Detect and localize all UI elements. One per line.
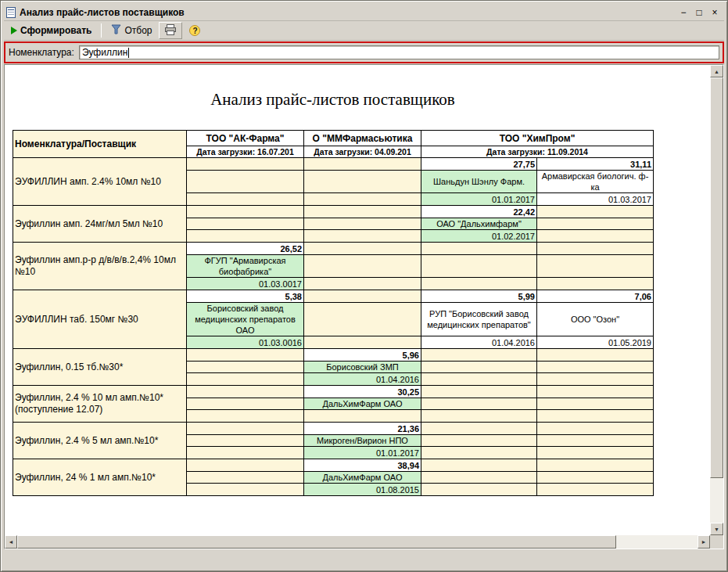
horizontal-scroll-track[interactable]	[17, 535, 698, 549]
supplier-cell	[421, 362, 537, 373]
supplier-cell	[187, 171, 304, 193]
price-cell	[304, 243, 421, 255]
date-cell	[187, 410, 304, 423]
price-cell	[187, 158, 304, 171]
date-cell[interactable]: 01.05.2019	[537, 336, 654, 349]
nomenclature-cell[interactable]: ЭУФИЛЛИН таб. 150мг №30	[13, 290, 187, 349]
printer-icon	[164, 24, 177, 38]
price-cell[interactable]: 26,52	[187, 243, 304, 255]
supplier-header-cell[interactable]: ТОО "АК-Фарма"	[187, 131, 304, 146]
price-cell[interactable]: 21,36	[304, 423, 421, 435]
price-cell	[304, 290, 421, 303]
load-date-cell[interactable]: Дата загрузки: 16.07.201	[187, 146, 304, 158]
funnel-icon	[111, 24, 121, 37]
supplier-cell	[421, 435, 537, 447]
date-cell	[537, 484, 654, 496]
price-cell[interactable]: 7,06	[537, 290, 654, 303]
price-cell[interactable]: 30,25	[304, 386, 421, 398]
nomenclature-cell[interactable]: Эуфиллин амп. 24мг/мл 5мл №10	[13, 206, 187, 243]
supplier-header-cell[interactable]: ТОО "ХимПром"	[421, 131, 654, 146]
date-cell[interactable]: 01.01.2017	[304, 447, 421, 459]
generate-button[interactable]: Сформировать	[5, 22, 97, 39]
price-cell	[304, 158, 421, 171]
window-title: Анализ прайс-листов поставщиков	[20, 7, 672, 18]
date-cell	[537, 230, 654, 243]
date-cell[interactable]: 01.04.2016	[304, 373, 421, 386]
help-icon: ?	[189, 25, 200, 36]
vertical-scroll-track[interactable]	[710, 77, 723, 523]
price-cell[interactable]: 22,42	[421, 206, 537, 218]
nomenclature-cell[interactable]: Эуфиллин, 2.4 % 5 мл амп.№10*	[13, 423, 187, 459]
filter-button[interactable]: Отбор	[106, 22, 157, 39]
nomenclature-input[interactable]: Эуфиллин	[79, 45, 719, 59]
supplier-cell[interactable]: ДальХимФарм ОАО	[304, 472, 421, 484]
nomenclature-cell[interactable]: Эуфиллин, 2.4 % 10 мл амп.№10* (поступле…	[13, 386, 187, 423]
maximize-button[interactable]: □	[692, 6, 706, 19]
table-row: ЭУФИЛЛИН амп. 2.4% 10мл №1027,7531,11	[13, 158, 654, 171]
supplier-header-cell[interactable]: О "ММФармасьютика	[304, 131, 421, 146]
supplier-cell[interactable]: РУП "Борисовский завод медицинских препа…	[421, 303, 537, 336]
date-cell	[304, 410, 421, 423]
date-cell	[187, 447, 304, 459]
scroll-up-icon[interactable]: ▲	[710, 65, 723, 77]
price-cell[interactable]: 31,11	[537, 158, 654, 171]
supplier-cell	[187, 472, 304, 484]
nomenclature-cell[interactable]: Эуфиллин, 24 % 1 мл амп.№10*	[13, 459, 187, 496]
date-cell[interactable]: 01.04.2016	[421, 336, 537, 349]
date-cell	[421, 278, 537, 290]
nomenclature-cell[interactable]: Эуфиллин, 0.15 тб.№30*	[13, 349, 187, 386]
help-button[interactable]: ?	[184, 22, 206, 39]
date-cell[interactable]: 01.02.2017	[421, 230, 537, 243]
supplier-cell[interactable]: Микроген/Вирион НПО	[304, 435, 421, 447]
date-cell[interactable]: 01.03.0017	[187, 278, 304, 290]
horizontal-scrollbar[interactable]: ◄ ►	[5, 535, 710, 549]
report-title: Анализ прайс-листов поставщиков	[13, 90, 653, 110]
vertical-scrollbar[interactable]: ▲ ▼	[710, 65, 723, 535]
price-cell[interactable]: 27,75	[421, 158, 537, 171]
date-cell	[187, 373, 304, 386]
supplier-cell	[537, 218, 654, 230]
scroll-down-icon[interactable]: ▼	[710, 523, 723, 535]
corner-header-cell[interactable]: Номенклатура/Поставщик	[13, 131, 187, 158]
supplier-cell[interactable]: Шаньдун Шэнлу Фарм.	[421, 171, 537, 193]
horizontal-scroll-thumb[interactable]	[17, 535, 616, 549]
scroll-right-icon[interactable]: ►	[698, 535, 710, 549]
vertical-scroll-thumb[interactable]	[710, 77, 723, 478]
print-button[interactable]	[159, 22, 182, 39]
supplier-cell[interactable]: Армавирская биологич. ф-ка	[537, 171, 654, 193]
supplier-cell[interactable]: Борисовский ЗМП	[304, 362, 421, 373]
supplier-cell[interactable]: Борисовский завод медицинских препаратов…	[187, 303, 304, 336]
date-cell[interactable]: 01.01.2017	[421, 193, 537, 206]
toolbar-separator	[101, 23, 102, 38]
supplier-cell[interactable]: ООО "Озон"	[537, 303, 654, 336]
nomenclature-cell[interactable]: Эуфиллин амп.р-р д/в/в/в.2,4% 10мл №10	[13, 243, 187, 290]
date-cell[interactable]: 01.08.2015	[304, 484, 421, 496]
price-cell	[421, 459, 537, 472]
price-cell[interactable]: 5,99	[421, 290, 537, 303]
price-cell[interactable]: 5,96	[304, 349, 421, 362]
price-cell[interactable]: 5,38	[187, 290, 304, 303]
report-canvas: Анализ прайс-листов поставщиков Номенкла…	[5, 65, 710, 535]
date-cell[interactable]: 01.03.2017	[537, 193, 654, 206]
supplier-cell[interactable]: ОАО "Дальхимфарм"	[421, 218, 537, 230]
load-date-cell[interactable]: Дата загрузки: 11.09.2014	[421, 146, 654, 158]
supplier-cell[interactable]: ФГУП "Армавирская биофабрика"	[187, 255, 304, 278]
price-cell	[537, 349, 654, 362]
price-cell	[537, 206, 654, 218]
date-cell	[187, 193, 304, 206]
price-cell[interactable]: 38,94	[304, 459, 421, 472]
nomenclature-cell[interactable]: ЭУФИЛЛИН амп. 2.4% 10мл №10	[13, 158, 187, 206]
date-cell	[421, 410, 537, 423]
minimize-button[interactable]: −	[676, 6, 690, 19]
supplier-cell[interactable]: ДальХимФарм ОАО	[304, 398, 421, 410]
date-cell	[421, 373, 537, 386]
load-date-cell[interactable]: Дата загрузки: 04.09.201	[304, 146, 421, 158]
date-cell	[187, 230, 304, 243]
close-button[interactable]: ×	[708, 6, 722, 19]
date-cell	[537, 410, 654, 423]
supplier-cell	[304, 218, 421, 230]
scroll-left-icon[interactable]: ◄	[5, 535, 17, 549]
nomenclature-label: Номенклатура:	[9, 47, 74, 58]
table-row: Эуфиллин, 2.4 % 10 мл амп.№10* (поступле…	[13, 386, 654, 398]
date-cell[interactable]: 01.03.0016	[187, 336, 304, 349]
